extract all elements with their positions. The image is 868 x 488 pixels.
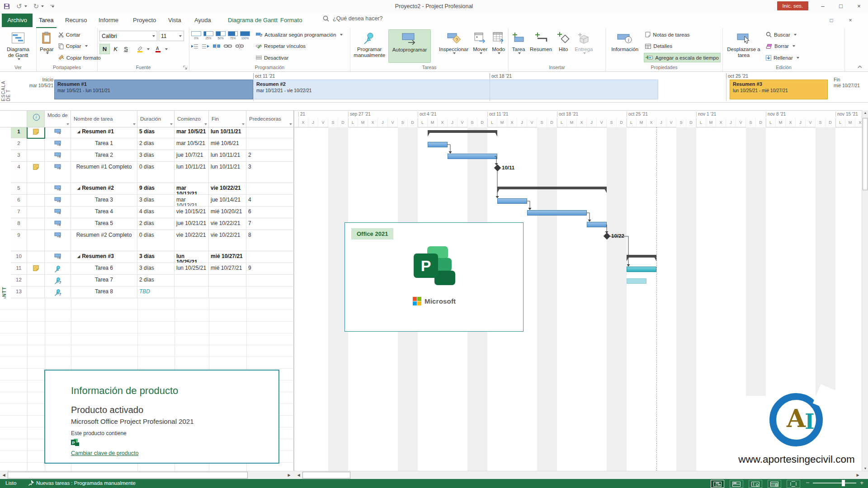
cell-pred-row3[interactable]: 2 [246, 150, 294, 162]
cell-name-row5[interactable]: ◢Resumen #2 [71, 183, 137, 195]
bold-button[interactable]: N [99, 44, 110, 54]
usage-shortcut-icon[interactable] [730, 480, 743, 488]
report-shortcut-icon[interactable] [787, 480, 800, 488]
cell-mode-row1[interactable] [45, 127, 71, 138]
cell-ind-row11[interactable] [27, 263, 45, 275]
details-button[interactable]: Detalles [644, 42, 721, 51]
collapse-ribbon-icon[interactable] [857, 65, 863, 69]
cell-mode-row5[interactable] [45, 183, 71, 195]
collapse-caret[interactable]: ◢ [77, 253, 80, 259]
scroll-down-icon[interactable]: ▼ [862, 467, 868, 470]
cell-start-row11[interactable]: lun 10/25/21 [175, 263, 209, 275]
cell-pred-row11[interactable]: 9 [246, 263, 294, 275]
cell-num-row12[interactable]: 12 [11, 275, 27, 286]
cell-dur-row5[interactable]: 9 días [137, 183, 175, 195]
cell-name-row6[interactable]: Tarea 3 [71, 195, 137, 206]
task-bar[interactable] [627, 278, 646, 284]
format-painter-button[interactable]: Copiar formato [57, 53, 102, 62]
cell-start-row1[interactable]: mar 10/5/21 [175, 127, 209, 138]
maximize-button[interactable]: □ [832, 0, 850, 13]
cell-fin-row7[interactable]: mié 10/20/21 [209, 206, 246, 218]
cell-mode-row9[interactable] [45, 230, 71, 251]
zoom-out-icon[interactable]: − [806, 480, 810, 486]
split-task-icon[interactable] [213, 43, 220, 49]
tab-vista[interactable]: Vista [165, 14, 184, 27]
insert-summary-button[interactable]: Resumen [528, 29, 553, 63]
italic-button[interactable]: K [111, 44, 120, 54]
cell-fin-row13[interactable] [209, 286, 246, 298]
cell-pred-row13[interactable] [246, 286, 294, 298]
cell-num-row13[interactable]: 13 [11, 286, 27, 298]
manually-schedule-button[interactable]: Programar manualmente [352, 29, 387, 63]
cell-pred-row1[interactable] [246, 127, 294, 138]
percent-complete-50%[interactable]: 50% [216, 31, 226, 40]
cell-fin-row12[interactable] [209, 275, 246, 286]
start-column-header[interactable]: Comienzo [175, 111, 209, 127]
active-cell[interactable] [27, 127, 45, 139]
cell-pred-row7[interactable]: 6 [246, 206, 294, 218]
timescale-week-row[interactable]: 21sep 27 '21oct 4 '21oct 11 '21oct 18 '2… [294, 111, 862, 119]
name-column-header[interactable]: Nombre de tarea [71, 111, 137, 127]
cell-fin-row6[interactable]: jue 10/14/21 [209, 195, 246, 206]
cell-fin-row2[interactable]: mié 10/6/21 [209, 138, 246, 150]
tab-recurso[interactable]: Recurso [62, 14, 90, 27]
cell-pred-row2[interactable] [246, 138, 294, 150]
cell-start-row2[interactable]: mar 10/5/21 [175, 138, 209, 150]
cell-dur-row10[interactable]: 3 días [137, 251, 175, 263]
percent-complete-0%[interactable]: 0% [191, 31, 201, 40]
summary-bar[interactable] [428, 130, 497, 133]
cell-name-row13[interactable]: Tarea 8 [71, 286, 137, 298]
cell-name-row3[interactable]: Tarea 2 [71, 150, 137, 162]
table-scroll-left-icon[interactable]: ◀ [0, 472, 8, 479]
cell-ind-row3[interactable] [27, 150, 45, 162]
outdent-icon[interactable] [191, 44, 198, 49]
document-restore-button[interactable]: □ [824, 15, 839, 25]
cell-ind-row10[interactable] [27, 251, 45, 263]
cell-mode-row8[interactable] [45, 218, 71, 230]
timeline-band[interactable]: Resumen #1mar 10/5/21 - lun 10/11/21Resu… [54, 80, 831, 99]
cell-num-row6[interactable]: 6 [11, 195, 27, 206]
cell-mode-row12[interactable]: ? [45, 275, 71, 286]
duration-column-header[interactable]: Duración [137, 111, 175, 127]
cell-num-row11[interactable]: 11 [11, 263, 27, 275]
font-name-select[interactable]: Calibri [99, 31, 157, 41]
cell-fin-row11[interactable]: mié 10/27/21 [209, 263, 246, 275]
task-information-button[interactable]: i Información [608, 29, 642, 63]
cell-start-row4[interactable]: lun 10/11/21 [175, 162, 209, 183]
cell-num-row9[interactable]: 9 [11, 230, 27, 251]
close-button[interactable]: × [850, 0, 868, 13]
cell-name-row4[interactable]: Resumen #1 Completo [71, 162, 137, 183]
pane-splitter[interactable] [293, 110, 294, 471]
paste-button[interactable]: Pegar [38, 29, 55, 63]
unlink-tasks-icon[interactable] [236, 43, 244, 49]
cell-start-row10[interactable]: lun 10/25/21 [175, 251, 209, 263]
timeline-bar-3[interactable]: Resumen #3lun 10/25/21 - mié 10/27/21 [730, 80, 828, 99]
cell-ind-row6[interactable] [27, 195, 45, 206]
font-size-select[interactable]: 11 [159, 31, 184, 41]
sign-in-button[interactable]: Inic. ses. [777, 1, 808, 10]
cell-pred-row12[interactable] [246, 275, 294, 286]
cell-ind-row12[interactable] [27, 275, 45, 286]
task-bar[interactable] [428, 142, 448, 147]
add-to-timeline-button[interactable]: Agregar a escala de tiempo [644, 53, 721, 62]
cell-fin-row4[interactable]: lun 10/11/21 [209, 162, 246, 183]
cell-dur-row7[interactable]: 4 días [137, 206, 175, 218]
cell-dur-row2[interactable]: 2 días [137, 138, 175, 150]
cell-name-row1[interactable]: ◢Resumen #1 [71, 127, 137, 138]
task-bar[interactable] [527, 210, 587, 216]
cell-start-row8[interactable]: jue 10/21/21 [175, 218, 209, 230]
cell-fin-row1[interactable]: lun 10/11/21 [209, 127, 246, 138]
cell-dur-row4[interactable]: 0 días [137, 162, 175, 183]
cell-name-row7[interactable]: Tarea 4 [71, 206, 137, 218]
cell-mode-row3[interactable] [45, 150, 71, 162]
chart-scroll-left-icon[interactable]: ◀ [295, 472, 302, 479]
summary-bar[interactable] [497, 187, 607, 189]
timeline-bar-2[interactable]: Resumen #2mar 10/12/21 - vie 10/22/21 [253, 80, 658, 99]
tab-proyecto[interactable]: Proyecto [130, 14, 159, 27]
task-bar[interactable] [627, 267, 656, 272]
inactivate-button[interactable]: Desactivar [255, 53, 344, 62]
cell-num-row4[interactable]: 4 [11, 162, 27, 183]
tab-formato[interactable]: Formato [278, 14, 305, 27]
cell-start-row12[interactable] [175, 275, 209, 286]
cell-ind-row7[interactable] [27, 206, 45, 218]
